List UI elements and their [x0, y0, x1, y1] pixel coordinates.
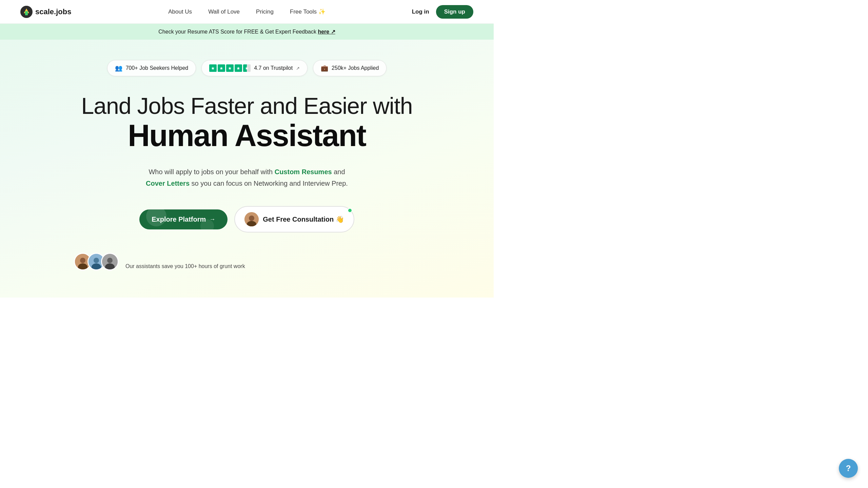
hero-subtext: Who will apply to jobs on your behalf wi…	[146, 166, 348, 189]
svg-point-14	[105, 263, 115, 270]
hero-sub-middle: and	[332, 168, 345, 176]
nav-about-us[interactable]: About Us	[168, 8, 192, 15]
briefcase-icon: 💼	[321, 64, 328, 72]
stat-job-seekers-label: 700+ Job Seekers Helped	[126, 65, 189, 71]
hero-sub-before: Who will apply to jobs on your behalf wi…	[149, 168, 274, 176]
arrow-icon: →	[209, 216, 215, 223]
hero-sub-after: so you can focus on Networking and Inter…	[190, 180, 348, 187]
svg-point-11	[92, 263, 101, 270]
svg-point-8	[78, 263, 87, 270]
hero-headline: Land Jobs Faster and Easier with Human A…	[81, 93, 412, 166]
explore-label: Explore Platform	[152, 216, 206, 223]
people-icon: 👥	[115, 64, 122, 72]
star-4: ★	[235, 64, 242, 72]
svg-point-13	[107, 258, 113, 263]
hero-sub-green1: Custom Resumes	[275, 168, 332, 176]
announcement-bar: Check your Resume ATS Score for FREE & G…	[0, 24, 494, 40]
nav-links: About Us Wall of Love Pricing Free Tools…	[168, 8, 326, 15]
svg-point-10	[94, 258, 99, 263]
stats-row: 👥 700+ Job Seekers Helped ★ ★ ★ ★ ★ 4.7 …	[107, 60, 387, 76]
logo-icon	[20, 6, 33, 18]
signup-button[interactable]: Sign up	[436, 5, 473, 19]
hero-headline-line1: Land Jobs Faster and Easier with	[81, 93, 412, 119]
bottom-text: Our assistants save you 100+ hours of gr…	[125, 262, 245, 270]
bottom-section: Our assistants save you 100+ hours of gr…	[60, 253, 433, 270]
login-button[interactable]: Log in	[412, 8, 429, 15]
get-consultation-button[interactable]: Get Free Consultation 👋	[234, 206, 354, 232]
stat-trustpilot[interactable]: ★ ★ ★ ★ ★ 4.7 on Trustpilot ↗	[201, 60, 308, 76]
announcement-link[interactable]: here ↗	[318, 29, 335, 35]
star-5-half: ★	[243, 64, 251, 72]
hero-section: 👥 700+ Job Seekers Helped ★ ★ ★ ★ ★ 4.7 …	[0, 40, 494, 298]
hero-headline-line2: Human Assistant	[81, 119, 412, 152]
hero-sub-green2: Cover Letters	[146, 180, 190, 187]
stat-jobs-applied: 💼 250k+ Jobs Applied	[313, 60, 387, 76]
logo-text: scale.jobs	[35, 7, 71, 16]
announcement-text: Check your Resume ATS Score for FREE & G…	[158, 29, 318, 35]
consultant-avatar	[244, 212, 259, 226]
navbar: scale.jobs About Us Wall of Love Pricing…	[0, 0, 494, 24]
svg-point-7	[80, 258, 85, 263]
star-2: ★	[218, 64, 225, 72]
nav-free-tools[interactable]: Free Tools ✨	[290, 8, 326, 15]
online-indicator	[348, 208, 352, 213]
stat-job-seekers: 👥 700+ Job Seekers Helped	[107, 60, 196, 76]
nav-wall-of-love[interactable]: Wall of Love	[208, 8, 240, 15]
explore-platform-button[interactable]: Explore Platform →	[139, 209, 228, 229]
avatar-3	[101, 253, 119, 270]
avatar-group	[74, 253, 119, 270]
external-link-icon: ↗	[296, 66, 300, 71]
svg-point-4	[249, 216, 254, 221]
trustpilot-stars: ★ ★ ★ ★ ★	[209, 64, 251, 72]
star-1: ★	[209, 64, 217, 72]
stat-jobs-applied-label: 250k+ Jobs Applied	[332, 65, 379, 71]
trustpilot-rating: 4.7 on Trustpilot	[254, 65, 293, 71]
logo[interactable]: scale.jobs	[20, 6, 71, 18]
nav-pricing[interactable]: Pricing	[256, 8, 274, 15]
star-3: ★	[226, 64, 234, 72]
nav-actions: Log in Sign up	[412, 5, 473, 19]
svg-marker-2	[25, 11, 28, 15]
consultation-label: Get Free Consultation 👋	[263, 215, 344, 223]
cta-row: Explore Platform → Get Free Consultation…	[139, 206, 354, 232]
